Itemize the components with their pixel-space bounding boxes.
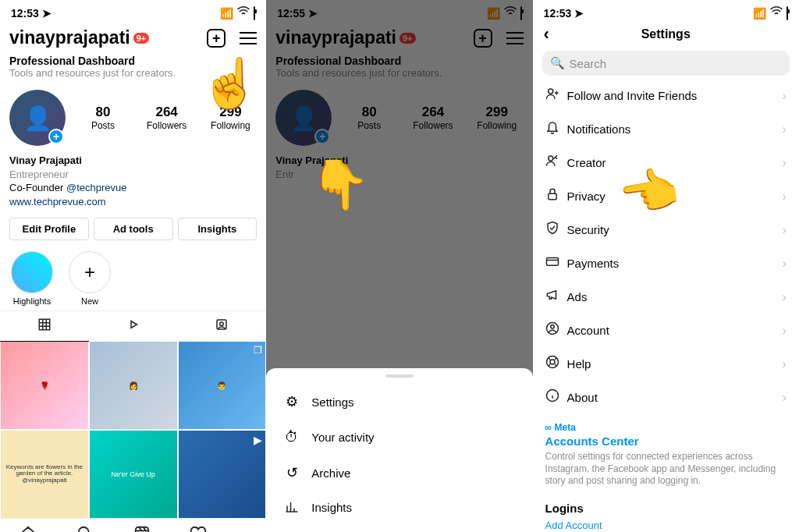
grid-tab[interactable]: [0, 311, 89, 342]
battery-icon: [254, 7, 255, 20]
svg-point-10: [548, 156, 552, 161]
search-tab[interactable]: [76, 525, 94, 532]
location-icon: ➤: [42, 7, 51, 20]
card-icon: [545, 254, 567, 272]
dashboard-subtitle: Tools and resources just for creators.: [9, 67, 257, 79]
signal-icon: 📶: [753, 7, 766, 20]
back-button[interactable]: ‹: [544, 24, 549, 44]
new-highlight-button[interactable]: +New: [69, 251, 111, 306]
profile-screen: 12:53➤ 📶 vinayprajapati 9+ + Professiona…: [0, 0, 266, 532]
followers-stat[interactable]: 264Followers: [140, 105, 194, 131]
category: Entrepreneur: [9, 168, 257, 182]
settings-ads[interactable]: Ads›: [533, 280, 799, 314]
post-thumbnail[interactable]: ▶: [179, 431, 266, 518]
account-icon: [545, 321, 567, 339]
settings-creator[interactable]: Creator›: [533, 146, 799, 179]
creator-icon: [545, 154, 567, 172]
home-tab[interactable]: [20, 525, 37, 532]
settings-screen: 12:53➤ 📶 ‹ Settings 🔍 Search Follow and …: [533, 0, 799, 532]
highlight-item[interactable]: Highlights: [11, 251, 53, 306]
post-thumbnail[interactable]: Ne'er Give Up: [90, 431, 177, 518]
settings-security[interactable]: Security›: [533, 213, 799, 246]
post-thumbnail[interactable]: Keywords are flowers in the garden of th…: [1, 431, 88, 518]
post-thumbnail[interactable]: 👩: [90, 342, 177, 429]
status-bar: 12:53➤ 📶: [0, 0, 266, 23]
accounts-center[interactable]: ∞ Meta Accounts Center Control settings …: [533, 414, 799, 495]
svg-rect-3: [135, 527, 148, 532]
posts-stat[interactable]: 80Posts: [76, 105, 130, 131]
gear-icon: ⚙: [283, 393, 300, 410]
bell-icon: [545, 120, 567, 138]
person-add-icon: [545, 87, 567, 105]
insights-button[interactable]: Insights: [178, 218, 257, 240]
svg-rect-12: [546, 258, 558, 266]
settings-about[interactable]: About›: [533, 381, 799, 414]
battery-icon: [520, 7, 522, 20]
activity-tab[interactable]: [190, 525, 207, 532]
reels-nav-tab[interactable]: [133, 525, 151, 532]
shield-icon: [545, 221, 567, 239]
settings-notifications[interactable]: Notifications›: [533, 112, 799, 146]
bottom-sheet: ⚙Settings ⏱Your activity ↺Archive Insigh…: [266, 368, 532, 532]
search-input[interactable]: 🔍 Search: [542, 51, 790, 76]
username: vinayprajapati: [9, 27, 130, 48]
dashboard-title: Professional Dashboard: [9, 55, 257, 67]
sheet-handle[interactable]: [385, 374, 414, 378]
chart-icon: [283, 500, 300, 514]
following-stat[interactable]: 299Following: [204, 105, 257, 131]
svg-point-16: [550, 360, 555, 364]
profile-avatar[interactable]: 👤 +: [9, 90, 66, 146]
menu-sheet-screen: 12:55➤ 📶 vinayprajapati9+ + Professional…: [266, 0, 532, 532]
edit-profile-button[interactable]: Edit Profile: [9, 218, 89, 240]
menu-qr[interactable]: QR Code: [266, 523, 532, 532]
reels-tab[interactable]: [89, 311, 178, 342]
website-link[interactable]: www.techprevue.com: [9, 195, 257, 209]
svg-point-9: [548, 89, 552, 94]
settings-account[interactable]: Account›: [533, 314, 799, 347]
settings-title: Settings: [641, 27, 691, 41]
ad-tools-button[interactable]: Ad tools: [94, 218, 173, 240]
settings-follow-invite[interactable]: Follow and Invite Friends›: [533, 79, 799, 112]
settings-help[interactable]: Help›: [533, 347, 799, 381]
meta-icon: ∞: [545, 422, 555, 433]
svg-point-14: [550, 325, 554, 329]
menu-insights[interactable]: Insights: [266, 491, 532, 523]
menu-button[interactable]: [240, 32, 257, 44]
tagged-tab[interactable]: [178, 311, 267, 342]
svg-point-1: [220, 322, 224, 326]
settings-payments[interactable]: Payments›: [533, 246, 799, 280]
display-name: Vinay Prajapati: [9, 154, 257, 168]
info-icon: [545, 388, 567, 406]
create-button[interactable]: +: [207, 29, 225, 48]
status-time: 12:53: [11, 7, 39, 20]
menu-settings[interactable]: ⚙Settings: [266, 384, 532, 420]
post-thumbnail[interactable]: 🌹: [1, 342, 88, 429]
chevron-right-icon: ›: [783, 89, 787, 103]
wifi-icon: [236, 5, 250, 21]
add-account-link[interactable]: Add Account: [533, 516, 799, 532]
wifi-icon: [769, 5, 783, 21]
svg-point-2: [79, 527, 89, 532]
professional-dashboard[interactable]: Professional Dashboard Tools and resourc…: [0, 51, 266, 85]
megaphone-icon: [545, 288, 567, 306]
signal-icon: 📶: [220, 7, 233, 20]
activity-icon: ⏱: [283, 429, 300, 445]
username-switcher[interactable]: vinayprajapati 9+: [9, 27, 149, 48]
location-icon: ➤: [574, 7, 584, 20]
status-time: 12:53: [544, 7, 572, 20]
bio: Vinay Prajapati Entrepreneur Co-Founder …: [0, 151, 266, 211]
carousel-icon: ❐: [254, 345, 262, 356]
location-icon: ➤: [308, 7, 318, 20]
add-story-icon[interactable]: +: [48, 129, 64, 144]
status-time: 12:55: [277, 7, 305, 20]
tab-bar: [0, 518, 266, 532]
signal-icon: 📶: [487, 7, 500, 20]
settings-privacy[interactable]: Privacy›: [533, 179, 799, 213]
handle-link[interactable]: @techprevue: [66, 182, 127, 193]
menu-activity[interactable]: ⏱Your activity: [266, 420, 532, 455]
post-thumbnail[interactable]: ❐👨: [179, 342, 266, 429]
play-icon: ▶: [254, 434, 262, 446]
wifi-icon: [503, 5, 517, 21]
notification-badge: 9+: [133, 33, 150, 44]
menu-archive[interactable]: ↺Archive: [266, 455, 532, 491]
